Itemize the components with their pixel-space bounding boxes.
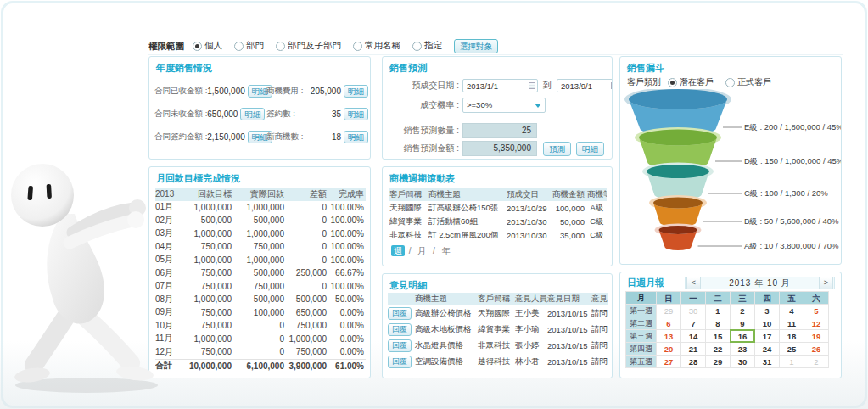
table-cell: 750,000 <box>179 308 232 317</box>
tab-separator: / <box>430 246 437 255</box>
day-cell[interactable]: 1 <box>705 304 731 317</box>
day-cell[interactable]: 15 <box>705 329 731 343</box>
select-target-button[interactable]: 選擇對象 <box>454 39 498 53</box>
day-cell[interactable]: 6 <box>656 317 681 330</box>
reply-button[interactable]: 回覆 <box>388 356 412 368</box>
prev-month-button[interactable]: < <box>686 277 701 289</box>
reply-button[interactable]: 回覆 <box>388 307 412 320</box>
day-cell[interactable]: 1 <box>779 355 804 368</box>
permission-option-3[interactable]: 常用名稱 <box>353 40 400 52</box>
next-month-button[interactable]: > <box>819 277 833 289</box>
customer-type-option-1[interactable]: 正式客戶 <box>725 76 771 88</box>
day-cell[interactable]: 31 <box>754 355 780 368</box>
day-cell[interactable]: 22 <box>705 342 731 356</box>
day-cell[interactable]: 14 <box>680 329 706 343</box>
predict-button[interactable]: 預測 <box>543 142 571 156</box>
week-label-cell[interactable]: 第四週 <box>625 342 657 356</box>
calendar-nav: < 2013 年 10 月 > <box>685 277 835 289</box>
table-cell: 2013/10/29 <box>507 204 551 213</box>
day-cell[interactable]: 28 <box>680 355 706 368</box>
day-cell[interactable]: 25 <box>779 342 804 356</box>
table-row: 03月1,000,0001,000,0000100.00% <box>155 227 366 241</box>
day-cell[interactable]: 18 <box>779 329 804 343</box>
metric-label: 新商機數 : <box>266 132 303 143</box>
date-to-input[interactable] <box>557 79 613 92</box>
table-cell: 2013/10/15 <box>547 341 591 350</box>
day-cell[interactable]: 2 <box>804 355 829 368</box>
detail-button[interactable]: 明細 <box>576 142 604 156</box>
table-cell: 0 <box>232 334 284 344</box>
table-cell: 750,000 <box>179 347 232 356</box>
detail-button[interactable]: 明細 <box>240 108 265 120</box>
week-label-cell[interactable]: 第一週 <box>625 304 657 317</box>
day-cell[interactable]: 29 <box>705 355 731 368</box>
calendar-icon[interactable] <box>529 82 535 89</box>
table-cell: 0 <box>284 229 327 238</box>
table-cell: 750,000 <box>179 321 232 330</box>
detail-button[interactable]: 明細 <box>344 85 368 98</box>
period-tabs: 週 / 月 / 年 <box>389 245 455 257</box>
day-cell[interactable]: 13 <box>656 329 681 343</box>
reply-button[interactable]: 回覆 <box>388 339 412 352</box>
day-cell[interactable]: 27 <box>656 355 681 368</box>
funnel-top-2 <box>647 165 709 178</box>
panel-title: 銷售預測 <box>383 57 612 76</box>
reply-button[interactable]: 回覆 <box>388 323 412 336</box>
column-header: 客戶簡稱 <box>478 294 515 305</box>
day-cell[interactable]: 21 <box>680 342 706 356</box>
day-cell[interactable]: 23 <box>730 342 755 356</box>
table-cell: 1,000,000 <box>179 229 232 238</box>
day-cell[interactable]: 24 <box>754 342 780 356</box>
detail-button[interactable]: 明細 <box>344 108 368 120</box>
day-cell[interactable]: 11 <box>779 317 804 330</box>
day-cell[interactable]: 3 <box>754 304 780 317</box>
calendar-icon[interactable] <box>611 82 613 89</box>
day-cell[interactable]: 30 <box>680 304 706 317</box>
date-from-input[interactable] <box>462 79 538 92</box>
day-cell[interactable]: 30 <box>730 355 755 368</box>
table-cell: 張小婷 <box>515 340 547 351</box>
week-label-cell[interactable]: 第三週 <box>625 329 657 343</box>
day-cell[interactable]: 7 <box>680 317 706 330</box>
permission-option-2[interactable]: 部門及子部門 <box>276 40 341 52</box>
detail-button[interactable]: 明細 <box>344 131 368 143</box>
table-cell: 100,000 <box>551 204 587 213</box>
day-cell[interactable]: 9 <box>730 317 755 330</box>
day-cell[interactable]: 4 <box>779 304 804 317</box>
table-cell: 250,000 <box>284 268 327 277</box>
period-tab-0[interactable]: 週 <box>391 245 405 256</box>
table-cell: 水晶燈具價格 <box>415 340 478 351</box>
day-cell[interactable]: 8 <box>705 317 731 330</box>
forecast-qty-row: 銷售預測數量 : 25 <box>388 123 537 138</box>
customer-type-option-0[interactable]: 潛在客戶 <box>668 76 714 88</box>
probability-select[interactable]: >=30% <box>462 98 546 113</box>
week-label-cell[interactable]: 第五週 <box>625 355 657 368</box>
dashboard: 權限範圍 個人部門部門及子部門常用名稱指定 選擇對象 年度銷售情況 合同已收金額… <box>0 0 868 409</box>
day-cell[interactable]: 26 <box>804 342 829 356</box>
period-tab-2[interactable]: 年 <box>440 245 453 256</box>
permission-option-0[interactable]: 個人 <box>193 40 222 52</box>
day-cell[interactable]: 16 <box>730 329 755 343</box>
day-cell[interactable]: 5 <box>804 304 829 317</box>
day-cell[interactable]: 10 <box>754 317 780 330</box>
permission-option-1[interactable]: 部門 <box>234 40 264 52</box>
day-cell[interactable]: 20 <box>656 342 681 356</box>
table-cell: 1,000,000 <box>232 255 284 265</box>
opportunity-table: 客戶簡稱商機主題預成交日商機金額商機等級天翔國際訂高級辦公椅150張2013/1… <box>389 188 607 242</box>
day-cell[interactable]: 12 <box>804 317 829 330</box>
day-cell[interactable]: 17 <box>754 329 780 343</box>
table-cell: 空調設備價格 <box>415 356 478 367</box>
day-cell[interactable]: 2 <box>730 304 755 317</box>
metric-row: 簽約數 :35明細 <box>266 107 368 121</box>
mascot-front-leg <box>87 318 131 363</box>
permission-option-4[interactable]: 指定 <box>412 40 442 52</box>
day-cell[interactable]: 19 <box>804 329 829 343</box>
probability-label: 成交機率 : <box>388 99 462 111</box>
table-cell: 請問高 <box>591 308 608 319</box>
probability-value: >=30% <box>467 100 492 109</box>
table-cell: 50,000 <box>551 217 587 227</box>
period-tab-1[interactable]: 月 <box>415 245 428 256</box>
week-label-cell[interactable]: 第二週 <box>625 317 657 330</box>
day-cell[interactable]: 29 <box>656 304 681 317</box>
table-cell: 請問高 <box>591 324 608 335</box>
